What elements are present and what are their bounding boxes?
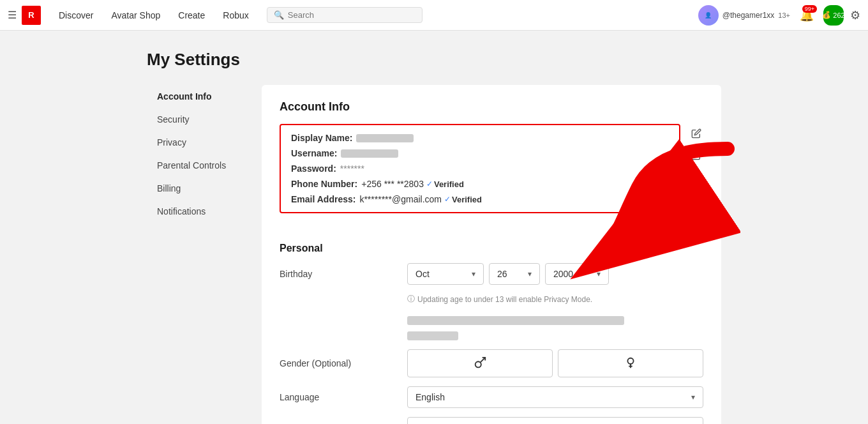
avatar: 👤: [698, 5, 719, 26]
language-label: Language: [280, 392, 407, 402]
birthday-day-chevron: ▾: [528, 269, 532, 278]
account-info-title: Account Info: [280, 100, 703, 114]
birthday-controls: Oct ▾ 26 ▾ 2000 ▾: [407, 263, 703, 285]
sidebar-item-privacy[interactable]: Privacy: [147, 131, 262, 154]
page-title: My Settings: [147, 50, 721, 70]
user-avatar-area[interactable]: 👤 @thegamer1xx 13+: [698, 5, 790, 26]
location-select[interactable]: Uganda ▾: [407, 417, 703, 424]
edit-icons-column: [689, 126, 703, 227]
gender-label: Gender (Optional): [280, 358, 407, 368]
nav-robux[interactable]: Robux: [215, 6, 256, 24]
username-field-value: [341, 149, 398, 158]
blurred-info-block: [407, 312, 703, 340]
birthday-row: Birthday Oct ▾ 26 ▾ 2000: [280, 263, 703, 285]
search-input[interactable]: [288, 10, 415, 20]
age-badge: 13+: [778, 11, 790, 19]
header-right: 👤 @thegamer1xx 13+ 🔔 99+ 💰 262 ⚙: [698, 5, 860, 26]
language-controls: English ▾: [407, 386, 703, 408]
gender-row: Gender (Optional): [280, 349, 703, 377]
hint-icon: ⓘ: [407, 294, 415, 305]
edit-username-button[interactable]: [689, 148, 703, 162]
birthday-hint-row: ⓘ Updating age to under 13 will enable P…: [407, 294, 703, 305]
birthday-year-chevron: ▾: [597, 269, 601, 278]
birthday-year-value: 2000: [553, 269, 573, 279]
language-chevron: ▾: [691, 393, 695, 402]
personal-section: Personal Birthday Oct ▾ 26 ▾: [280, 243, 703, 424]
page-content: My Settings Account Info Security Privac…: [147, 50, 721, 424]
search-icon: 🔍: [274, 10, 284, 20]
gender-male-button[interactable]: [407, 349, 553, 377]
edit-password-button[interactable]: [689, 170, 703, 184]
nav-links: Discover Avatar Shop Create Robux: [51, 6, 257, 24]
email-verified-text: Verified: [452, 195, 482, 204]
nav-avatar-shop[interactable]: Avatar Shop: [103, 6, 168, 24]
main-settings-panel: Account Info Display Name: Username:: [262, 85, 721, 424]
settings-sidebar: Account Info Security Privacy Parental C…: [147, 85, 262, 223]
password-value: *******: [340, 163, 364, 174]
sidebar-item-billing[interactable]: Billing: [147, 177, 262, 200]
username-row: Username:: [291, 148, 669, 158]
edit-email-button[interactable]: [689, 213, 703, 227]
language-select[interactable]: English ▾: [407, 386, 703, 408]
notification-count: 99+: [802, 5, 817, 13]
nav-create[interactable]: Create: [170, 6, 213, 24]
settings-gear-icon[interactable]: ⚙: [850, 8, 860, 22]
birthday-hint-text: Updating age to under 13 will enable Pri…: [417, 295, 592, 304]
birthday-month-value: Oct: [415, 269, 430, 279]
location-controls: Uganda ▾: [407, 417, 703, 424]
sidebar-item-parental-controls[interactable]: Parental Controls: [147, 154, 262, 177]
username-label: @thegamer1xx: [722, 11, 775, 20]
email-row: Email Address: k********@gmail.com ✓ Ver…: [291, 194, 669, 204]
robux-icon: 💰: [822, 11, 831, 19]
gender-controls: [407, 349, 703, 377]
language-row: Language English ▾: [280, 386, 703, 408]
robux-button[interactable]: 💰 262: [823, 5, 844, 26]
email-verified-icon: ✓: [444, 195, 451, 204]
birthday-day-select[interactable]: 26 ▾: [489, 263, 540, 285]
sidebar-item-security[interactable]: Security: [147, 108, 262, 131]
email-label: Email Address:: [291, 194, 355, 204]
blurred-row-1: [407, 316, 624, 325]
language-value: English: [415, 392, 445, 402]
robux-count: 262: [833, 11, 844, 19]
hamburger-icon[interactable]: ☰: [8, 9, 17, 21]
roblox-logo-text: R: [28, 10, 34, 20]
display-name-row: Display Name:: [291, 133, 669, 143]
phone-value: +256 *** **2803: [361, 179, 424, 189]
blurred-row-2: [407, 331, 458, 340]
roblox-logo[interactable]: R: [22, 6, 41, 25]
edit-display-name-button[interactable]: [689, 126, 703, 140]
nav-discover[interactable]: Discover: [51, 6, 101, 24]
svg-line-1: [481, 358, 485, 362]
password-row: Password: *******: [291, 163, 669, 174]
birthday-month-chevron: ▾: [472, 269, 475, 278]
phone-label: Phone Number:: [291, 179, 357, 189]
birthday-month-select[interactable]: Oct ▾: [407, 263, 484, 285]
phone-verified-icon: ✓: [426, 179, 433, 188]
sidebar-item-account-info[interactable]: Account Info: [147, 85, 262, 108]
birthday-day-value: 26: [497, 269, 507, 279]
edit-phone-button[interactable]: [689, 192, 703, 206]
phone-verified-text: Verified: [434, 179, 464, 189]
page-wrapper: My Settings Account Info Security Privac…: [0, 31, 868, 424]
gender-female-button[interactable]: [558, 349, 703, 377]
display-name-label: Display Name:: [291, 133, 352, 143]
password-label: Password:: [291, 163, 336, 174]
header-left: ☰ R Discover Avatar Shop Create Robux 🔍: [8, 6, 423, 25]
display-name-value: [356, 134, 414, 142]
personal-title: Personal: [280, 243, 703, 254]
phone-row: Phone Number: +256 *** **2803 ✓ Verified: [291, 179, 669, 189]
sidebar-item-notifications[interactable]: Notifications: [147, 200, 262, 223]
email-value: k********@gmail.com: [359, 194, 442, 204]
search-bar[interactable]: 🔍: [267, 7, 423, 23]
location-row: Location Uganda ▾: [280, 417, 703, 424]
username-field-label: Username:: [291, 148, 337, 158]
birthday-label: Birthday: [280, 269, 407, 279]
notifications-button[interactable]: 🔔 99+: [797, 5, 817, 26]
settings-layout: Account Info Security Privacy Parental C…: [147, 85, 721, 424]
top-nav: ☰ R Discover Avatar Shop Create Robux 🔍 …: [0, 0, 868, 31]
svg-point-0: [475, 361, 481, 367]
account-info-box: Display Name: Username: Password: ******…: [280, 124, 680, 213]
svg-point-2: [627, 358, 633, 364]
birthday-year-select[interactable]: 2000 ▾: [545, 263, 609, 285]
